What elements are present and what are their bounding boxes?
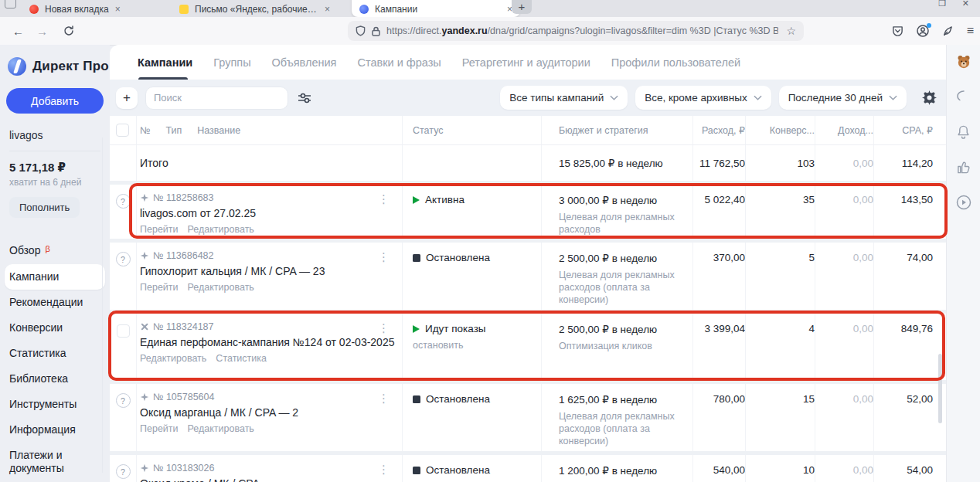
row-menu-icon[interactable]: ⋮ bbox=[378, 192, 390, 206]
notification-dot bbox=[927, 23, 931, 28]
sidebar-item-statistics[interactable]: Статистика bbox=[0, 341, 110, 366]
filter-sliders-icon[interactable] bbox=[298, 92, 311, 104]
campaign-name[interactable]: Оксид хрома / МК / CPA bbox=[140, 477, 402, 482]
chat-icon[interactable] bbox=[956, 90, 971, 104]
play-circle-icon[interactable] bbox=[956, 195, 971, 210]
account-icon[interactable] bbox=[917, 25, 929, 37]
lock-icon bbox=[372, 26, 380, 36]
reload-icon[interactable] bbox=[63, 25, 74, 36]
new-tab-button[interactable]: + bbox=[512, 0, 532, 14]
sidebar-item-tools[interactable]: Инструменты bbox=[0, 392, 110, 417]
account-switcher[interactable]: livagos bbox=[9, 129, 110, 141]
browser-tab-mail[interactable]: Письмо «Яндекс, рабочие до... × bbox=[172, 0, 359, 17]
browser-tab-new[interactable]: Новая вкладка × bbox=[22, 0, 180, 17]
header-budget[interactable]: Бюджет и стратегия bbox=[541, 116, 692, 144]
income-value: 0,00 bbox=[815, 384, 873, 451]
campaign-type-filter[interactable]: Все типы кампаний bbox=[500, 86, 628, 110]
bookmark-star-icon[interactable]: ☆ bbox=[786, 25, 796, 37]
mascot-icon[interactable] bbox=[956, 54, 971, 70]
row-menu-icon[interactable]: ⋮ bbox=[378, 463, 390, 477]
status-label: Активна bbox=[425, 194, 464, 205]
add-campaign-button[interactable]: Добавить bbox=[6, 88, 104, 114]
go-to-link[interactable]: Перейти bbox=[140, 423, 179, 434]
archive-filter[interactable]: Все, кроме архивных bbox=[635, 86, 771, 110]
sidebar-item-conversions[interactable]: Конверсии bbox=[0, 315, 110, 341]
campaign-name[interactable]: Гипохлорит кальция / МК / CPA — 23 bbox=[140, 265, 402, 277]
tab-user-profiles[interactable]: Профили пользователей bbox=[611, 45, 740, 80]
header-name[interactable]: №ТипНазвание bbox=[136, 116, 402, 144]
table-scrollbar[interactable] bbox=[938, 354, 942, 423]
spend-value: 540,00 bbox=[692, 455, 745, 482]
sidebar-scrollbar[interactable] bbox=[102, 137, 103, 473]
cpa-value: 54,00 bbox=[873, 455, 933, 482]
tab-campaigns[interactable]: Кампании bbox=[138, 45, 192, 80]
header-conversions[interactable]: Конверс... bbox=[745, 116, 815, 144]
window-close-icon[interactable]: ✕ bbox=[962, 0, 969, 8]
tab-retargeting[interactable]: Ретаргетинг и аудитории bbox=[462, 45, 590, 80]
help-icon[interactable]: ? bbox=[116, 464, 131, 479]
sidebar-item-overview[interactable]: Обзорβ bbox=[0, 238, 110, 264]
edit-link[interactable]: Редактировать bbox=[188, 224, 254, 235]
tab-bids-phrases[interactable]: Ставки и фразы bbox=[357, 45, 441, 80]
browser-tab-campaigns[interactable]: Кампании × bbox=[352, 0, 520, 17]
tab-list-icon[interactable] bbox=[5, 0, 16, 8]
help-icon[interactable]: ? bbox=[116, 194, 131, 209]
status-stopped-icon bbox=[413, 254, 420, 262]
tab-close-icon[interactable]: × bbox=[115, 0, 121, 15]
topup-button[interactable]: Пополнить bbox=[9, 197, 80, 218]
app-logo[interactable]: Директ Про bbox=[8, 57, 110, 76]
url-field[interactable]: https://direct.yandex.ru/dna/grid/campai… bbox=[348, 21, 804, 41]
row-menu-icon[interactable]: ⋮ bbox=[378, 321, 390, 335]
campaign-row: ? № 113686482 Гипохлорит кальция / МК / … bbox=[110, 243, 946, 310]
pocket-icon[interactable] bbox=[892, 25, 903, 37]
back-icon[interactable]: ← bbox=[12, 25, 24, 38]
go-to-link[interactable]: Перейти bbox=[140, 282, 179, 293]
help-icon[interactable]: ? bbox=[116, 252, 131, 266]
add-button[interactable]: + bbox=[116, 87, 138, 109]
help-icon[interactable]: ? bbox=[116, 393, 131, 408]
conversions-value: 35 bbox=[745, 185, 815, 239]
sidebar-item-payments[interactable]: Платежи и документы bbox=[0, 443, 90, 481]
table-body: ? № 118258683 livagos.com от 27.02.25 Пе… bbox=[110, 185, 946, 482]
campaign-name[interactable]: livagos.com от 27.02.25 bbox=[140, 207, 402, 219]
statistics-link[interactable]: Статистика bbox=[216, 353, 267, 364]
edit-link[interactable]: Редактировать bbox=[188, 282, 254, 293]
search-input[interactable] bbox=[145, 87, 288, 110]
header-spend[interactable]: Расход, ₽ bbox=[692, 116, 745, 144]
header-cpa[interactable]: CPA, ₽ bbox=[873, 116, 933, 144]
sidebar-item-recommendations[interactable]: Рекомендации bbox=[0, 290, 110, 315]
header-status[interactable]: Статус bbox=[402, 116, 541, 144]
strategy-label: Оптимизация кликов bbox=[559, 340, 681, 352]
window-restore-icon[interactable]: ❐ bbox=[938, 0, 946, 8]
tab-groups[interactable]: Группы bbox=[213, 45, 250, 80]
edit-link[interactable]: Редактировать bbox=[188, 423, 254, 434]
bell-icon[interactable] bbox=[956, 124, 971, 140]
date-range-filter[interactable]: Последние 30 дней bbox=[779, 86, 907, 110]
row-checkbox[interactable] bbox=[117, 324, 130, 338]
tab-ads[interactable]: Объявления bbox=[272, 45, 337, 80]
like-icon[interactable] bbox=[956, 160, 971, 175]
total-conversions: 103 bbox=[745, 145, 815, 181]
sidebar-item-campaigns[interactable]: Кампании bbox=[5, 264, 105, 290]
firefox-send-icon[interactable] bbox=[942, 25, 954, 37]
chevron-down-icon bbox=[754, 95, 762, 100]
forward-icon[interactable]: → bbox=[36, 25, 48, 38]
campaign-name[interactable]: Оксид марганца / МК / CPA — 2 bbox=[140, 406, 402, 419]
go-to-link[interactable]: Перейти bbox=[140, 224, 179, 235]
row-menu-icon[interactable]: ⋮ bbox=[378, 250, 390, 264]
section-tabs: Кампании Группы Объявления Ставки и фраз… bbox=[110, 45, 946, 80]
menu-icon[interactable]: ≡ bbox=[967, 24, 974, 38]
shield-icon[interactable] bbox=[356, 25, 366, 36]
row-menu-icon[interactable]: ⋮ bbox=[378, 392, 390, 406]
campaign-name[interactable]: Единая перфоманс-кампания №124 от 02-03-… bbox=[140, 336, 402, 348]
tab-close-icon[interactable]: × bbox=[325, 0, 330, 15]
stop-action-link[interactable]: остановить bbox=[413, 340, 541, 351]
edit-link[interactable]: Редактировать bbox=[140, 353, 206, 364]
select-all-checkbox[interactable] bbox=[116, 124, 129, 137]
table-settings-gear-icon[interactable] bbox=[922, 90, 937, 105]
tab-favicon bbox=[179, 5, 189, 14]
sidebar-item-library[interactable]: Библиотека bbox=[0, 366, 110, 392]
sidebar-item-information[interactable]: Информация bbox=[0, 417, 110, 443]
balance-note: хватит на 6 дней bbox=[9, 177, 110, 188]
header-income[interactable]: Доход... bbox=[815, 116, 873, 144]
